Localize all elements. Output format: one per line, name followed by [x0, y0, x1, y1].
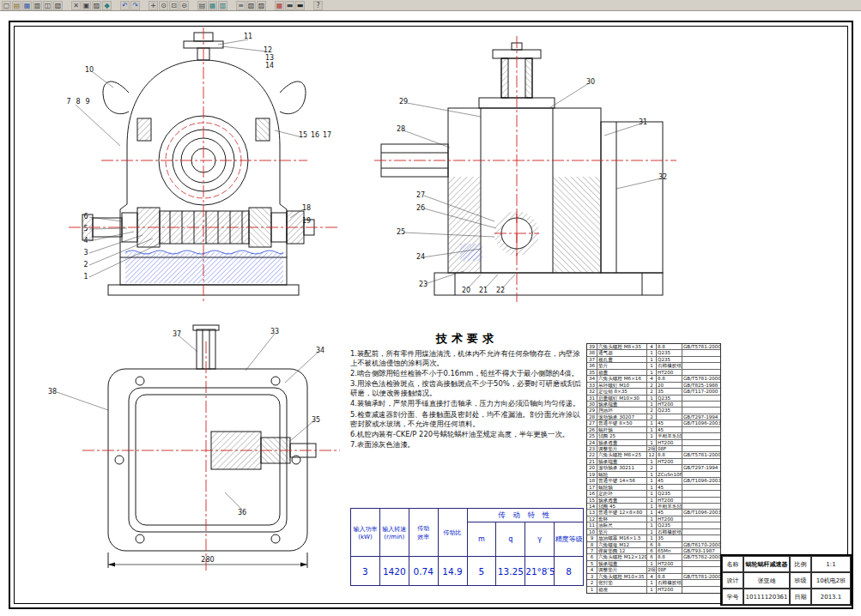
pan-icon[interactable]: +	[149, 1, 158, 10]
bom-cell: Q235	[657, 522, 682, 528]
make-layer-current-icon[interactable]: ▨	[257, 1, 266, 10]
param-header: 传动 效率	[409, 509, 438, 557]
bom-cell: 放油螺塞 M16×1.5	[597, 535, 647, 541]
bom-row-24: 24轴承透盖1HT200	[587, 440, 720, 446]
bom-row-39: 39六角头螺栓 M8×3548.8GB/T5781-2000	[587, 344, 720, 350]
bom-cell: 29	[587, 408, 597, 413]
bom-row-32: 32定位销 8×35235GB/T117-2000	[587, 389, 720, 395]
redo-icon[interactable]: ↷	[130, 1, 140, 10]
bom-cell: 1	[647, 478, 657, 483]
bom-cell: Q235	[657, 350, 682, 355]
bom-cell: 1	[647, 587, 657, 593]
bom-row-23: 23调整垫片2组08F	[587, 446, 720, 452]
bom-cell: 4	[647, 376, 657, 381]
bom-cell	[682, 504, 720, 509]
paste-icon[interactable]: ▨	[92, 1, 101, 10]
bom-cell	[682, 427, 720, 432]
bom-cell: 34	[587, 376, 597, 381]
bom-cell: 2组	[647, 567, 657, 572]
layer-states-icon[interactable]: ▧	[246, 1, 256, 10]
param-value: 1420	[379, 557, 409, 586]
bom-cell: 4	[587, 567, 597, 572]
tech-item: 3.用涂色法检验斑点，按齿高接触斑点不少于50%，必要时可研磨或刮后研磨，以便改…	[350, 379, 584, 398]
drawing-date: 2013.1	[811, 589, 851, 605]
tool-palettes-icon[interactable]: ▥	[218, 1, 227, 10]
copy-icon[interactable]: ▣	[82, 1, 91, 10]
bom-row-13: 13普通平键 12×8×80145GB/T1096-2003	[587, 510, 720, 516]
bom-cell: GB/T93-1987	[682, 548, 720, 553]
save-icon[interactable]: ▦	[22, 1, 32, 10]
bom-cell: 14	[587, 504, 597, 509]
bom-cell: 12	[587, 516, 597, 522]
class-name: 10机电2班	[811, 572, 851, 589]
bom-cell: HT200	[657, 516, 682, 522]
bom-cell: GB/T1096-2003	[682, 510, 720, 515]
bom-cell	[682, 580, 720, 585]
bom-row-1: 1箱座1HT200	[587, 587, 720, 593]
bom-row-17: 17蜗轮轴145	[587, 485, 720, 491]
bom-cell: 5	[587, 561, 597, 566]
bom-row-10: 10垫片1石棉橡胶纸	[587, 529, 720, 535]
bom-cell: 油标尺	[597, 522, 647, 528]
bom-cell: 8	[657, 542, 682, 547]
bom-cell: 39	[587, 344, 597, 349]
bom-cell: Q235	[657, 357, 682, 362]
bom-cell: 石棉橡胶纸	[657, 529, 682, 534]
bom-cell: 35	[657, 389, 682, 394]
param-value: 3	[351, 557, 380, 586]
design-center-icon[interactable]: ▦	[208, 1, 217, 10]
lineweight-icon[interactable]: ▬	[295, 1, 305, 10]
cut-icon[interactable]: ✕	[71, 1, 81, 10]
bom-cell	[682, 561, 720, 566]
bom-cell: 1	[647, 510, 657, 515]
bom-cell: GB/T5781-2000	[682, 574, 720, 579]
bom-cell: 密封垫	[597, 580, 647, 585]
layers-icon[interactable]: ≡	[236, 1, 246, 10]
bom-cell: 1	[647, 561, 657, 566]
bom-cell: 36	[587, 363, 597, 368]
linetype-icon[interactable]: ▬	[285, 1, 294, 10]
bom-cell: 1	[647, 427, 657, 432]
publish-icon[interactable]: ▧	[53, 1, 63, 10]
new-file-icon[interactable]: ▢	[2, 1, 11, 10]
tech-item: 1.装配前，所有零件用煤油清洗，机体内不允许有任何杂物存在，内壁涂上不被机油侵蚀…	[350, 349, 584, 368]
bom-cell	[682, 516, 720, 522]
param-group-header: 传 动 特 性	[467, 509, 584, 522]
bom-cell: 45	[657, 420, 682, 426]
object-color-icon[interactable]: ▦	[275, 1, 284, 10]
bom-cell: GB/T5781-2000	[682, 376, 720, 381]
bom-cell: 65Mn	[657, 548, 682, 553]
zoom-realtime-icon[interactable]: ⊙	[159, 1, 168, 10]
print-preview-icon[interactable]: ◫	[43, 1, 52, 10]
match-properties-icon[interactable]: ◆	[102, 1, 112, 10]
bom-cell: 六角头螺栓 M12×120	[597, 554, 647, 559]
param-subheader: 精度等级	[555, 522, 584, 557]
help-icon[interactable]: ?	[313, 1, 323, 10]
bom-cell: 6	[647, 554, 657, 559]
bom-cell: 轴承端盖	[597, 459, 647, 464]
bom-row-19: 19蜗轮1ZCuSn10P1	[587, 472, 720, 478]
bom-cell: GB/T5782-2000	[682, 554, 720, 559]
plot-icon[interactable]: ▥	[33, 1, 42, 10]
title-block-designer-label: 设计	[722, 572, 743, 589]
bom-cell: HT200	[657, 370, 682, 375]
param-header: 传动比	[438, 509, 467, 557]
bom-cell: 23	[587, 446, 597, 451]
bom-row-8: 8六角螺母 M1268GB/T6170-2000	[587, 542, 720, 548]
bom-cell: 六角头螺栓 M8×25	[597, 452, 647, 457]
bom-cell: 启盖螺钉 M10×30	[597, 396, 647, 401]
properties-icon[interactable]: ▤	[197, 1, 207, 10]
bom-cell: GB/T825-1988	[682, 383, 720, 388]
undo-icon[interactable]: ↶	[120, 1, 130, 10]
zoom-window-icon[interactable]: ⊡	[169, 1, 179, 10]
bom-cell: 19	[587, 472, 597, 477]
bom-cell: 4	[647, 574, 657, 579]
bom-row-25: 25毡圈 251半粗羊毛毡	[587, 433, 720, 439]
zoom-previous-icon[interactable]: ⊖	[179, 1, 189, 10]
bom-row-14: 14毡圈 451半粗羊毛毡	[587, 504, 720, 510]
bom-row-28: 28滚动轴承 302072GB/T297-1994	[587, 414, 720, 420]
bom-row-20: 20滚动轴承 302112GB/T297-1994	[587, 465, 720, 471]
bom-cell: 1	[647, 459, 657, 464]
bom-cell: HT200	[657, 440, 682, 445]
open-file-icon[interactable]: ▤	[12, 1, 21, 10]
